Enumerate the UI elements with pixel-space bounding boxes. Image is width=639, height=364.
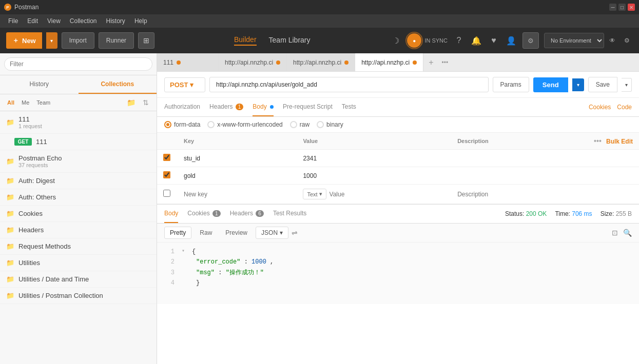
maximize-button[interactable]: □ — [618, 4, 626, 11]
main-layout: History Collections All Me Team 📁 ⇅ 📁 11… — [0, 53, 639, 364]
menu-history[interactable]: History — [102, 16, 129, 26]
send-button[interactable]: Send — [533, 77, 568, 92]
wrap-icon[interactable]: ⇌ — [292, 229, 298, 237]
list-item[interactable]: 📁 Auth: Others — [0, 189, 157, 206]
new-button[interactable]: ＋ New — [6, 32, 42, 49]
resp-tab-body[interactable]: Body — [164, 205, 178, 223]
resp-pretty-button[interactable]: Pretty — [164, 227, 191, 239]
moon-icon[interactable]: ☽ — [390, 34, 402, 47]
help-icon[interactable]: ? — [453, 34, 465, 47]
environment-select[interactable]: No Environment — [544, 33, 604, 48]
method-select[interactable]: POST ▾ — [164, 77, 205, 92]
env-manage-icon[interactable]: ⚙ — [621, 34, 633, 47]
request-tab-1[interactable]: http://api.nnzhp.ci — [219, 53, 287, 72]
save-button[interactable]: Save — [588, 77, 617, 92]
new-value-input[interactable] — [330, 191, 406, 198]
new-folder-button[interactable]: 📁 — [124, 97, 138, 108]
response-area: Body Cookies 1 Headers 6 Test Results St… — [157, 204, 639, 304]
bell-icon[interactable]: 🔔 — [470, 34, 482, 47]
resp-tab-headers[interactable]: Headers 6 — [230, 205, 264, 223]
menu-file[interactable]: File — [4, 16, 22, 26]
row-checkbox-1[interactable] — [163, 171, 170, 178]
filter-team[interactable]: Team — [34, 98, 52, 107]
radio-raw[interactable]: raw — [290, 121, 309, 128]
filter-input[interactable] — [4, 57, 152, 71]
minimize-button[interactable]: ─ — [609, 4, 616, 11]
avatar-icon[interactable]: 👤 — [505, 34, 517, 47]
menu-edit[interactable]: Edit — [23, 16, 42, 26]
list-item[interactable]: 📁 Utilities — [0, 255, 157, 271]
radio-urlencoded[interactable]: x-www-form-urlencoded — [207, 121, 282, 128]
request-tab-3[interactable]: http://api.nnzhp.ci — [355, 53, 423, 72]
cookies-link[interactable]: Cookies — [589, 104, 611, 111]
eye-icon[interactable]: 👁 — [606, 34, 618, 47]
window-controls[interactable]: ─ □ ✕ — [609, 4, 635, 11]
list-item[interactable]: 📁 Cookies — [0, 206, 157, 222]
new-key-input[interactable] — [184, 191, 291, 198]
save-dropdown-button[interactable]: ▾ — [622, 78, 632, 92]
chevron-down-icon: ▾ — [280, 229, 283, 236]
list-item[interactable]: 📁 Auth: Digest — [0, 173, 157, 189]
sort-button[interactable]: ⇅ — [140, 97, 151, 108]
resp-raw-button[interactable]: Raw — [195, 227, 217, 238]
action-cell — [571, 185, 639, 204]
add-tab-button[interactable]: + — [423, 58, 438, 67]
radio-binary[interactable]: binary — [317, 121, 343, 128]
resp-tab-test-results[interactable]: Test Results — [273, 205, 306, 223]
tab-pre-request[interactable]: Pre-request Script — [283, 98, 333, 116]
filter-all[interactable]: All — [5, 98, 16, 107]
list-item[interactable]: 📁 Utilities / Postman Collection — [0, 288, 157, 304]
list-item[interactable]: 📁 Request Methods — [0, 238, 157, 255]
text-type-button[interactable]: Text ▾ — [303, 189, 326, 199]
runner-button[interactable]: Runner — [99, 32, 134, 49]
resp-preview-button[interactable]: Preview — [220, 227, 253, 238]
menu-help[interactable]: Help — [130, 16, 151, 26]
code-line-4: 4 } — [164, 278, 632, 288]
plus-icon: ＋ — [12, 36, 19, 45]
tab-body[interactable]: Body — [253, 98, 274, 116]
menu-view[interactable]: View — [43, 16, 65, 26]
layout-icon[interactable]: ⊞ — [138, 32, 154, 49]
tab-collections[interactable]: Collections — [79, 75, 157, 94]
tab-authorization[interactable]: Authorization — [164, 98, 200, 116]
bulk-edit-button[interactable]: Bulk Edit — [606, 138, 633, 145]
list-item[interactable]: 📁 111 1 request — [0, 111, 157, 134]
sidebar-item-utilities-date-time[interactable]: 📁 Utilities / Date and Time — [0, 271, 157, 288]
nav-team-library[interactable]: Team Library — [269, 36, 311, 45]
menu-collection[interactable]: Collection — [66, 16, 101, 26]
env-settings-button[interactable]: ⚙ — [522, 32, 539, 49]
params-button[interactable]: Params — [493, 77, 529, 92]
tab-label: Authorization — [164, 103, 200, 110]
chevron-down-icon: ▾ — [319, 191, 322, 197]
format-select[interactable]: JSON ▾ — [256, 227, 288, 239]
request-tab-2[interactable]: http://api.nnzhp.ci — [287, 53, 355, 72]
more-tabs-button[interactable]: ••• — [439, 59, 452, 66]
tab-headers[interactable]: Headers 1 — [209, 98, 243, 116]
radio-form-data[interactable]: form-data — [164, 121, 200, 128]
tab-tests[interactable]: Tests — [342, 98, 356, 116]
search-icon[interactable]: 🔍 — [623, 229, 632, 237]
new-dropdown-button[interactable]: ▾ — [46, 32, 57, 49]
row-checkbox-0[interactable] — [163, 154, 170, 161]
nav-builder[interactable]: Builder — [234, 35, 257, 46]
new-desc-input[interactable] — [457, 191, 564, 198]
more-icon[interactable]: ••• — [594, 137, 602, 145]
filter-me[interactable]: Me — [20, 98, 31, 107]
copy-icon[interactable]: ⊡ — [612, 229, 618, 237]
tab-label: Cookies — [187, 210, 209, 217]
new-row-checkbox[interactable] — [163, 190, 170, 197]
url-input[interactable] — [209, 77, 489, 92]
folder-icon: 📁 — [6, 242, 14, 250]
tab-history[interactable]: History — [0, 75, 79, 94]
code-link[interactable]: Code — [617, 104, 632, 111]
close-button[interactable]: ✕ — [628, 4, 635, 11]
send-dropdown-button[interactable]: ▾ — [572, 78, 584, 91]
fold-arrow[interactable]: ▾ — [182, 247, 185, 257]
resp-tab-cookies[interactable]: Cookies 1 — [187, 205, 220, 223]
request-tab-0[interactable]: 111 — [157, 53, 219, 72]
import-button[interactable]: Import — [62, 32, 94, 49]
list-item[interactable]: GET 111 — [0, 134, 157, 150]
heart-icon[interactable]: ♥ — [488, 34, 500, 47]
list-item[interactable]: 📁 Postman Echo 37 requests — [0, 150, 157, 173]
list-item[interactable]: 📁 Headers — [0, 222, 157, 238]
